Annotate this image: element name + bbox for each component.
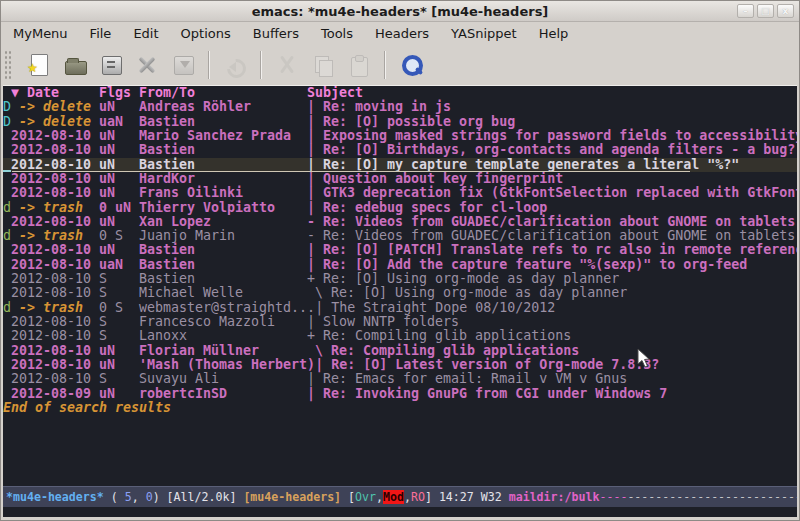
message-row[interactable]: 2012-08-10SLanoxx+ Re: Compiling glib ap…: [3, 329, 797, 343]
window-buttons: –□x: [737, 4, 794, 18]
flags-cell: uN: [99, 100, 139, 114]
mark-cell: [3, 243, 11, 257]
menu-headers[interactable]: Headers: [369, 24, 435, 43]
menu-edit[interactable]: Edit: [127, 24, 164, 43]
date-cell: 2012-08-10: [11, 344, 99, 358]
mark-cell: d: [3, 229, 11, 243]
close-buffer-icon[interactable]: [135, 53, 159, 77]
flags-cell: uN: [99, 358, 139, 372]
new-file-icon[interactable]: [27, 53, 51, 77]
message-row[interactable]: 2012-08-10SSuvayu Ali| Re: Emacs for ema…: [3, 372, 797, 386]
message-row[interactable]: 2012-08-10uNHardKor| Question about key …: [3, 172, 797, 186]
date-cell: 2012-08-10: [11, 258, 99, 272]
subject-cell: | The Straight Dope 08/10/2012: [315, 301, 555, 315]
date-cell: 2012-08-10: [11, 358, 99, 372]
subject-cell: - Re: Videos from GUADEC/clarification a…: [307, 215, 795, 229]
message-row[interactable]: 2012-08-10SMichael Welle \ Re: [O] Using…: [3, 286, 797, 300]
menu-yasnippet[interactable]: YASnippet: [445, 24, 523, 43]
emacs-window: emacs: *mu4e-headers* [mu4e-headers] –□x…: [0, 0, 800, 521]
menu-mymenu[interactable]: MyMenu: [7, 24, 74, 43]
message-row[interactable]: 2012-08-10uNFrans Oilinki| GTK3 deprecat…: [3, 186, 797, 200]
subject-cell: | Re: Emacs for email: Rmail v VM v Gnus: [307, 372, 627, 386]
message-row[interactable]: 2012-08-10uN'Mash (Thomas Herbert)| Re: …: [3, 358, 797, 372]
minimize-button[interactable]: –: [737, 4, 754, 18]
message-row[interactable]: 2012-08-09uNrobertcInSD| Re: Invoking Gn…: [3, 387, 797, 401]
from-cell: Francesco Mazzoli: [139, 315, 307, 329]
flags-cell: S: [99, 372, 139, 386]
toolbar-grip[interactable]: [4, 50, 13, 80]
message-row[interactable]: 2012-08-10uNFlorian Müllner \ Re: Compil…: [3, 344, 797, 358]
mark-cell: [3, 215, 11, 229]
from-cell: Bastien: [139, 115, 307, 129]
subject-cell: | Re: edebug specs for cl-loop: [307, 201, 547, 215]
search-icon[interactable]: [399, 53, 423, 77]
flags-cell: uN: [99, 172, 139, 186]
date-cell: 2012-08-10: [11, 143, 99, 157]
message-row[interactable]: 2012-08-10SBastien+ Re: [O] Using org-mo…: [3, 272, 797, 286]
tool-bar: [1, 44, 799, 85]
message-row[interactable]: d -> trash0 Swebmaster@straightd...| The…: [3, 301, 797, 315]
date-cell: -> trash: [11, 201, 99, 215]
message-row[interactable]: d -> trash0 SJuanjo Marin- Re: Videos fr…: [3, 229, 797, 243]
from-cell: Suvayu Ali: [139, 372, 307, 386]
flags-cell: uN: [99, 129, 139, 143]
header-col-4: Subject: [307, 86, 363, 100]
modeline-mod: Mod: [383, 490, 404, 504]
modeline-bufname: *mu4e-headers*: [6, 490, 104, 504]
subject-cell: | Re: [O] possible org bug: [307, 115, 515, 129]
menu-tools[interactable]: Tools: [315, 24, 359, 43]
menu-help[interactable]: Help: [533, 24, 575, 43]
date-cell: 2012-08-10: [11, 186, 99, 200]
echo-area[interactable]: [3, 507, 797, 517]
modeline-plain: ]: [425, 490, 439, 504]
subject-cell: \ Re: Compiling glib applications: [307, 344, 579, 358]
subject-cell: | Re: [O] Latest version of Org-mode 7.8…: [315, 358, 659, 372]
modeline-plain: ,: [404, 490, 411, 504]
modeline-path: maildir:/bulk: [509, 490, 600, 504]
mark-cell: [3, 272, 11, 286]
mark-cell: [3, 258, 11, 272]
mark-cell: [3, 143, 11, 157]
message-row[interactable]: 2012-08-10uNBastien| Re: [O] [PATCH] Tra…: [3, 243, 797, 257]
message-row[interactable]: 2012-08-10uNMario Sanchez Prada| Exposin…: [3, 129, 797, 143]
mark-cell: d: [3, 301, 11, 315]
date-cell: -> trash: [11, 229, 99, 243]
cut-icon: [275, 53, 299, 77]
mu4e-headers-buffer[interactable]: ▼ DateFlgsFrom/ToSubject D -> deleteuNAn…: [3, 85, 797, 486]
maximize-button[interactable]: □: [757, 4, 774, 18]
date-cell: 2012-08-10: [11, 243, 99, 257]
header-line[interactable]: ▼ DateFlgsFrom/ToSubject: [3, 86, 797, 100]
message-row[interactable]: D -> deleteuNAndreas Röhler| Re: moving …: [3, 100, 797, 114]
date-cell: 2012-08-10: [11, 315, 99, 329]
mark-cell: [3, 358, 11, 372]
paste-icon: [347, 53, 371, 77]
message-row[interactable]: 2012-08-10uNXan Lopez- Re: Videos from G…: [3, 215, 797, 229]
message-row[interactable]: d -> trash0 uNThierry Volpiatto| Re: ede…: [3, 201, 797, 215]
menu-options[interactable]: Options: [175, 24, 237, 43]
message-row[interactable]: 2012-08-10uNBastien| Re: [O] Birthdays, …: [3, 143, 797, 157]
save-as-icon: [171, 53, 195, 77]
from-cell: Bastien: [139, 158, 307, 172]
flags-cell: S: [99, 286, 139, 300]
message-row[interactable]: 2012-08-10uNBastien| Re: [O] my capture …: [3, 158, 797, 172]
toolbar-separator: [260, 51, 262, 79]
from-cell: HardKor: [139, 172, 307, 186]
title-bar[interactable]: emacs: *mu4e-headers* [mu4e-headers] –□x: [1, 1, 799, 22]
menu-file[interactable]: File: [84, 24, 118, 43]
flags-cell: uN: [99, 215, 139, 229]
message-row[interactable]: D -> deleteuaNBastien| Re: [O] possible …: [3, 115, 797, 129]
menu-buffers[interactable]: Buffers: [247, 24, 305, 43]
open-file-icon[interactable]: [63, 53, 87, 77]
message-row[interactable]: 2012-08-10SFrancesco Mazzoli| Slow NNTP …: [3, 315, 797, 329]
date-cell: 2012-08-09: [11, 387, 99, 401]
subject-cell: + Re: [O] Using org-mode as day planner: [307, 272, 619, 286]
header-col-2: Flgs: [99, 86, 139, 100]
modeline-plain: 14:27 W32: [439, 490, 509, 504]
date-cell: 2012-08-10: [11, 129, 99, 143]
mark-cell: [3, 186, 11, 200]
flags-cell: uN: [99, 158, 139, 172]
save-icon[interactable]: [99, 53, 123, 77]
close-button[interactable]: x: [777, 4, 794, 18]
message-row[interactable]: 2012-08-10uaNBastien| Re: [O] Add the ca…: [3, 258, 797, 272]
flags-cell: uN: [99, 186, 139, 200]
